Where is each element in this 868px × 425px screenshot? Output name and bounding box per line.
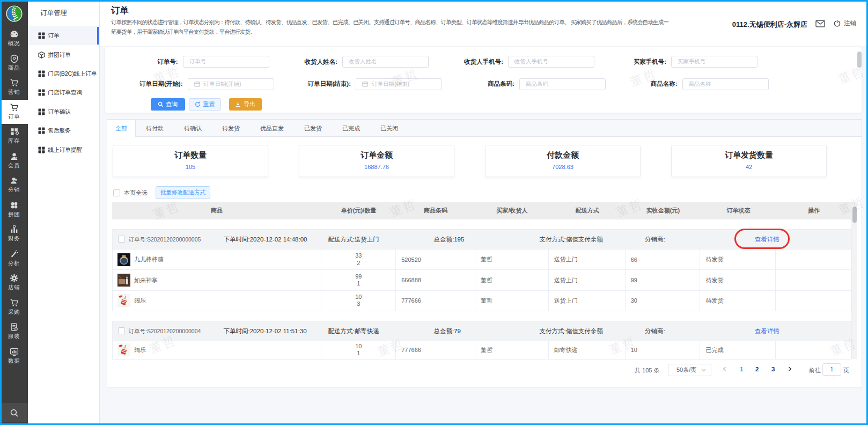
- input-placeholder: 订单日期(结束): [372, 80, 409, 88]
- view-detail-link[interactable]: 查看详情: [749, 321, 785, 341]
- submenu-item-after-sales[interactable]: 售后服务: [28, 121, 100, 140]
- filter-product-name: 商品名称: 商品名称: [607, 78, 769, 90]
- filter-scrollbar-thumb[interactable]: [857, 52, 862, 68]
- submenu-item-store-order-query[interactable]: 门店订单查询: [28, 83, 100, 102]
- table-scrollbar-track[interactable]: [851, 202, 857, 359]
- sidebar-item-members[interactable]: 会员: [0, 149, 28, 173]
- tab-direct-shipment[interactable]: 优品直发: [250, 120, 294, 137]
- sidebar-item-purchase[interactable]: 采购: [0, 295, 28, 320]
- order-time: 下单时间:2020-12-02 11:51:30: [224, 321, 307, 341]
- buyer-phone-input[interactable]: 买家手机号: [671, 56, 757, 68]
- submenu-item-label: 售后服务: [48, 127, 71, 135]
- tab-label: 待确认: [184, 125, 202, 131]
- pagination-prev-button[interactable]: [722, 366, 727, 372]
- tab-pending-shipment[interactable]: 待发货: [212, 120, 250, 137]
- order-checkbox[interactable]: [118, 327, 125, 334]
- grid-icon: [38, 70, 45, 77]
- tab-pending-confirm[interactable]: 待确认: [174, 120, 212, 137]
- tab-completed[interactable]: 已完成: [332, 120, 370, 137]
- sidebar-item-groupbuy[interactable]: 拼团: [0, 197, 28, 222]
- product-name-input[interactable]: 商品名称: [682, 78, 769, 90]
- cell-amount: 10: [626, 341, 701, 359]
- logout-button[interactable]: 注销: [834, 19, 856, 27]
- product-image: [117, 253, 130, 266]
- order-group: 订单号:S2020120200000005 下单时间:2020-12-02 14…: [112, 229, 851, 311]
- pagination-page-3[interactable]: 3: [771, 366, 775, 372]
- submenu-item-store-b2c-online-orders[interactable]: 门店(B2C)线上订单: [28, 64, 100, 83]
- table-scrollbar-thumb[interactable]: [852, 207, 857, 223]
- grid-icon: [38, 89, 45, 96]
- sidebar-item-finance[interactable]: 财务: [0, 222, 28, 246]
- cell-product: 阔乐: [113, 341, 321, 359]
- order-no-input[interactable]: 订单号: [183, 56, 269, 68]
- date-start-input[interactable]: 订单日期(开始): [188, 78, 274, 90]
- stat-value: 105: [113, 164, 268, 170]
- submenu-item-order-confirm[interactable]: 订单确认: [28, 102, 100, 121]
- sidebar-item-label: 商品: [8, 64, 20, 72]
- sidebar-item-clothing[interactable]: 服装: [0, 319, 28, 344]
- receiver-name-input[interactable]: 收货人姓名: [342, 56, 429, 68]
- qty: 2: [357, 260, 360, 267]
- status-tabbar: 全部 待付款 待确认 待发货 优品直发 已发货 已完成 已关闭: [107, 120, 862, 137]
- filter-label: 订单号:: [108, 58, 178, 66]
- page-size-select[interactable]: 50条/页: [668, 364, 711, 376]
- date-end-input[interactable]: 订单日期(结束): [356, 78, 442, 90]
- price: 99: [355, 273, 362, 281]
- filter-label: 买家手机号:: [596, 58, 666, 66]
- reset-button[interactable]: 重置: [189, 98, 221, 111]
- pagination-page-2[interactable]: 2: [755, 366, 759, 372]
- pagination-next-button[interactable]: [788, 366, 792, 372]
- pagination-goto-input[interactable]: 1: [822, 363, 841, 376]
- app-logo[interactable]: [6, 5, 23, 22]
- receiver-phone-input[interactable]: 收货人手机号: [508, 56, 594, 68]
- purchase-cart-icon: [10, 298, 19, 307]
- order-checkbox[interactable]: [118, 236, 125, 243]
- grid-icon: [38, 146, 45, 153]
- search-button[interactable]: 查询: [151, 98, 185, 111]
- sidebar-item-marketing[interactable]: 营销: [0, 75, 28, 100]
- stat-value: 7028.63: [486, 164, 640, 170]
- sidebar-search-button[interactable]: [0, 403, 28, 422]
- cell-barcode: 777666: [396, 291, 475, 311]
- select-all-checkbox[interactable]: [113, 189, 120, 196]
- reset-button-label: 重置: [203, 100, 215, 108]
- order-payment: 支付方式:储值支付余额: [540, 321, 603, 341]
- page-description: 订单按照不同的状态进行管理，订单状态分别为：待付款、待确认、待发货、优品直发、已…: [111, 18, 668, 36]
- submenu-item-orders[interactable]: 订单: [28, 26, 100, 45]
- tab-pending-payment[interactable]: 待付款: [136, 120, 174, 137]
- barcode-input[interactable]: 商品条码: [519, 78, 606, 90]
- sidebar-item-label: 拼团: [8, 211, 20, 218]
- batch-modify-delivery-button[interactable]: 批量修改配送方式: [156, 186, 210, 199]
- submenu-item-online-order-reminder[interactable]: 线上订单提醒: [28, 140, 100, 159]
- sidebar-item-data[interactable]: 数据: [0, 344, 28, 369]
- sidebar-item-goods[interactable]: 商品: [0, 51, 28, 76]
- sidebar-item-analysis[interactable]: 分析: [0, 246, 28, 271]
- mail-button[interactable]: [815, 19, 825, 28]
- export-button[interactable]: 导出: [229, 98, 262, 111]
- order-cart-icon: [10, 103, 19, 112]
- tab-closed[interactable]: 已关闭: [370, 120, 408, 137]
- grid-icon: [38, 108, 45, 115]
- sidebar-item-orders[interactable]: 订单: [0, 100, 28, 124]
- sidebar-item-inventory[interactable]: 库存: [0, 124, 28, 149]
- pagination-page-unit: 页: [843, 367, 849, 375]
- filter-card: 订单号: 订单号 收货人姓名: 收货人姓名 收货人手机号: 收货人手机号 买家手…: [105, 47, 862, 113]
- sidebar-item-label: 营销: [8, 89, 20, 96]
- submenu-item-groupbuy-orders[interactable]: 拼团订单: [28, 45, 100, 64]
- sidebar-item-shop[interactable]: 店铺: [0, 270, 28, 295]
- sidebar-item-overview[interactable]: 概况: [0, 26, 28, 51]
- cell-amount: 99: [626, 270, 701, 290]
- filter-label: 订单日期(结束):: [281, 80, 351, 88]
- order-distributor: 分销商:: [645, 321, 665, 341]
- order-distributor: 分销商:: [645, 230, 665, 249]
- tab-all[interactable]: 全部: [107, 120, 136, 137]
- order-row: 如来神掌 99 1 666888 董哲 送货上门 99 待发货: [113, 269, 851, 290]
- view-detail-link[interactable]: 查看详情: [749, 230, 785, 249]
- tab-shipped[interactable]: 已发货: [294, 120, 332, 137]
- submenu-item-label: 订单确认: [48, 108, 71, 116]
- cell-delivery: 送货上门: [549, 270, 626, 290]
- tab-label: 全部: [115, 125, 127, 131]
- cell-price-qty: 10 3: [321, 291, 396, 311]
- pagination-page-1[interactable]: 1: [740, 366, 743, 372]
- sidebar-item-distribution[interactable]: 分销: [0, 173, 28, 197]
